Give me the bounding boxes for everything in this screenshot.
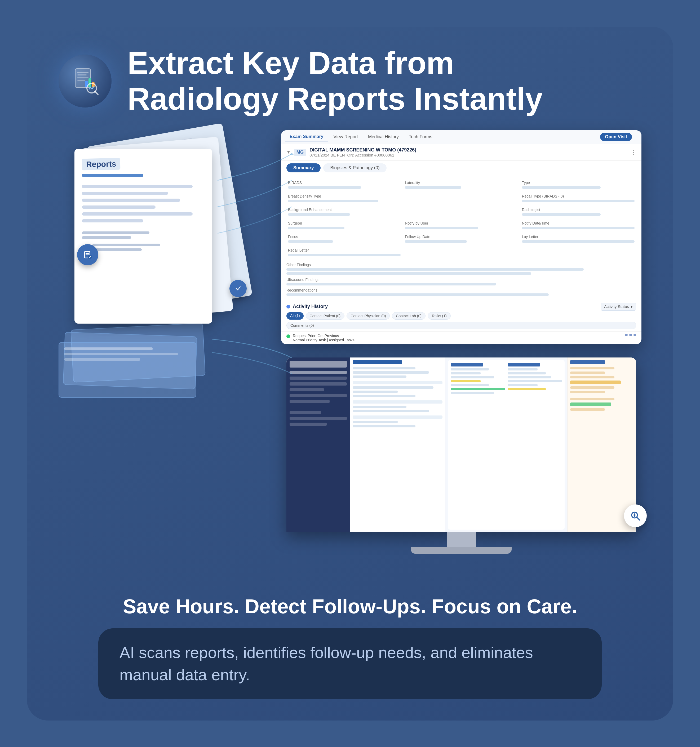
activity-item-text: Request Prior: Get Previous Normal Prior… bbox=[293, 334, 355, 342]
tab-tech-forms[interactable]: Tech Forms bbox=[405, 133, 436, 141]
activity-text-line1: Request Prior: Get Previous bbox=[293, 334, 355, 338]
patient-name: DIGITAL MAMM SCREENING W TOMO (479226) bbox=[309, 147, 416, 153]
monitor-right-bar-9 bbox=[508, 372, 546, 374]
field-birads: BIRADS bbox=[286, 178, 402, 191]
tab-summary[interactable]: Summary bbox=[286, 163, 321, 172]
field-notify-user: Notify by User bbox=[403, 219, 519, 231]
more-options-icon[interactable]: … bbox=[633, 134, 637, 139]
activity-actions bbox=[625, 334, 636, 336]
tab-view-report[interactable]: View Report bbox=[329, 133, 362, 141]
background-value bbox=[288, 213, 350, 216]
filter-contact-patient[interactable]: Contact Patient (0) bbox=[306, 312, 345, 320]
monitor-nav-item-6 bbox=[289, 400, 330, 403]
field-empty-1 bbox=[403, 192, 519, 204]
tab-medical-history[interactable]: Medical History bbox=[364, 133, 403, 141]
monitor-main-bar-10 bbox=[353, 425, 415, 427]
monitor-stand-neck bbox=[447, 532, 476, 547]
app-icon bbox=[59, 54, 112, 107]
monitor-right-col-1 bbox=[451, 363, 505, 527]
monitor-main-bar-7 bbox=[353, 406, 406, 408]
emr-panel[interactable]: Exam Summary View Report Medical History… bbox=[281, 130, 641, 344]
recommendations-bar bbox=[286, 293, 549, 296]
monitor-nav-item-2 bbox=[289, 377, 347, 380]
laterality-label: Laterality bbox=[405, 181, 517, 185]
monitor-extra-bar-4 bbox=[570, 386, 614, 389]
lay-letter-label: Lay Letter bbox=[522, 234, 635, 239]
monitor-extra-header bbox=[570, 360, 605, 364]
recall-type-value bbox=[522, 200, 635, 202]
monitor-right-col-2 bbox=[508, 363, 562, 527]
action-dot-3 bbox=[633, 334, 636, 336]
monitor-main-bar-2 bbox=[353, 371, 429, 374]
svg-rect-6 bbox=[88, 79, 91, 88]
field-lay-letter: Lay Letter bbox=[520, 233, 636, 245]
followup-value bbox=[405, 240, 467, 243]
main-heading: Extract Key Data from Radiology Reports … bbox=[127, 45, 542, 117]
monitor-right-bar-6 bbox=[451, 388, 505, 390]
activity-status-dropdown[interactable]: Activity Status ▾ bbox=[601, 302, 636, 311]
documents-illustration: Reports bbox=[59, 130, 265, 584]
filter-all[interactable]: All (1) bbox=[286, 312, 304, 320]
filter-contact-physician[interactable]: Contact Physician (0) bbox=[347, 312, 390, 320]
monitor-main-bar-4 bbox=[353, 386, 433, 389]
monitor-sidebar-header bbox=[289, 361, 347, 367]
monitor-main-bar-6 bbox=[353, 395, 415, 397]
bottom-cta-section: Save Hours. Detect Follow-Ups. Focus on … bbox=[59, 595, 641, 699]
monitor-section-divider-3 bbox=[353, 416, 442, 419]
breast-density-label: Breast Density Type bbox=[288, 194, 401, 198]
filter-tasks[interactable]: Tasks (1) bbox=[427, 312, 451, 320]
field-type: Type bbox=[520, 178, 636, 191]
connecting-docs bbox=[59, 326, 239, 406]
field-background: Background Enhancement bbox=[286, 206, 402, 218]
recommendations-label: Recommendations bbox=[286, 288, 636, 292]
monitor-main-bar-9 bbox=[353, 421, 398, 423]
check-icon-badge bbox=[229, 280, 247, 297]
open-visit-button[interactable]: Open Visit bbox=[600, 133, 632, 141]
document-chart-icon bbox=[70, 67, 100, 95]
monitor-main-bar-3 bbox=[353, 375, 406, 378]
field-breast-density: Breast Density Type bbox=[286, 192, 402, 204]
radiologist-value bbox=[522, 213, 601, 216]
surgeon-label: Surgeon bbox=[288, 221, 401, 225]
monitor-sidebar bbox=[286, 357, 350, 532]
monitor-main-col bbox=[350, 357, 445, 532]
monitor-inner bbox=[286, 357, 636, 532]
monitor-main-bar-5 bbox=[353, 390, 398, 393]
monitor-extra-bar-3 bbox=[570, 376, 614, 378]
monitor-detail-area bbox=[445, 357, 567, 532]
svg-line-9 bbox=[95, 91, 98, 95]
other-findings-section: Other Findings Ultrasound Findings Recom… bbox=[281, 262, 641, 300]
svg-rect-3 bbox=[77, 77, 88, 78]
filter-comments[interactable]: Comments (0) bbox=[286, 322, 636, 329]
summary-tabs-row: Summary Biopsies & Pathology (0) bbox=[281, 161, 641, 175]
tab-biopsies[interactable]: Biopsies & Pathology (0) bbox=[323, 163, 386, 172]
monitor-right-bar-10 bbox=[508, 376, 551, 378]
surgeon-value bbox=[288, 227, 344, 229]
activity-header-row: Activity History Activity Status ▾ bbox=[281, 300, 641, 312]
mid-content: Reports bbox=[59, 130, 641, 584]
monitor-right-header-1 bbox=[451, 363, 483, 366]
monitor-extra-col bbox=[567, 357, 636, 532]
background-label: Background Enhancement bbox=[288, 207, 401, 212]
field-laterality: Laterality bbox=[403, 178, 519, 191]
edit-icon-badge bbox=[77, 244, 98, 265]
svg-rect-2 bbox=[77, 74, 86, 76]
field-recall-letter: Recall Letter bbox=[286, 246, 402, 259]
activity-text-line2: Normal Priority Task | Assigned Tasks bbox=[293, 338, 355, 342]
comments-tab-row: Comments (0) bbox=[281, 322, 641, 331]
form-fields-grid: BIRADS Laterality Type Breast Density Ty… bbox=[281, 175, 641, 262]
patient-subtitle: 07/11/2024 BE FENTON: Accession #0000006… bbox=[309, 153, 416, 157]
svg-rect-4 bbox=[77, 80, 85, 81]
monitor-extra-accent-2 bbox=[570, 402, 611, 406]
right-panels: Exam Summary View Report Medical History… bbox=[281, 130, 641, 584]
cta-pill: AI scans reports, identifies follow-up n… bbox=[98, 628, 602, 699]
activity-filter-row: All (1) Contact Patient (0) Contact Phys… bbox=[281, 312, 641, 322]
tab-exam-summary[interactable]: Exam Summary bbox=[285, 132, 328, 141]
other-findings-bar1 bbox=[286, 268, 584, 271]
monitor-screen bbox=[286, 357, 636, 532]
monitor-extra-bar-2 bbox=[570, 372, 605, 374]
filter-contact-lab[interactable]: Contact Lab (0) bbox=[392, 312, 426, 320]
field-followup: Follow Up Date bbox=[403, 233, 519, 245]
type-label: Type bbox=[522, 181, 635, 185]
patient-more-button[interactable]: ⋮ bbox=[630, 149, 636, 156]
